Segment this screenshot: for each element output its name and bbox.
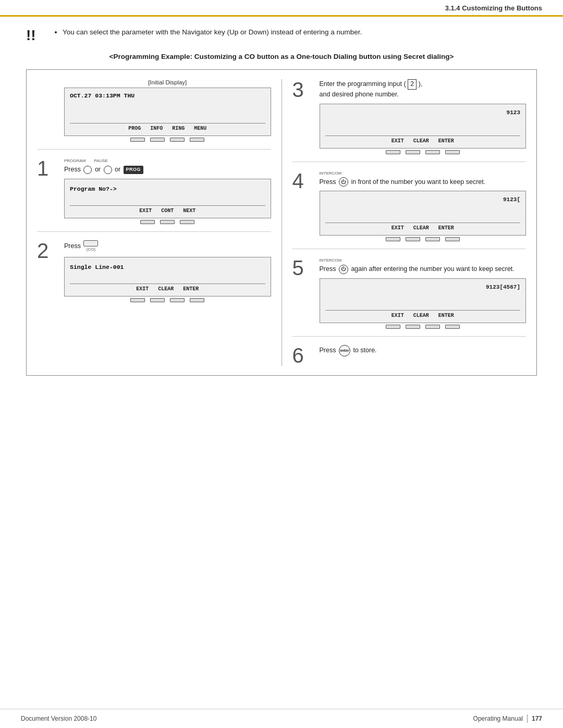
initial-soft-ring: RING: [172, 126, 185, 131]
initial-soft-prog: PROG: [128, 126, 141, 131]
step-2-softkeys-bar: EXIT CLEAR ENTER: [70, 283, 265, 292]
step-6-row: 6 Press enter to store.: [292, 345, 527, 366]
step-5-sbtn-2: [406, 325, 420, 329]
step-1-softkeys-bar: EXIT CONT NEXT: [70, 205, 265, 214]
step-5-number: 5: [292, 257, 314, 278]
soft-btn-2: [150, 138, 165, 142]
step-4-soft-exit: EXIT: [391, 225, 404, 231]
step-2-instruction: Press (CO): [64, 240, 271, 253]
step-1-display-text: Program No?->: [70, 184, 265, 193]
prog-label-pause: PAUSE: [94, 158, 108, 164]
step-3-soft-button-row: [320, 150, 527, 154]
step-4-soft-clear: CLEAR: [413, 225, 429, 231]
step-5-soft-clear: CLEAR: [413, 313, 429, 318]
footer-page-number: 177: [532, 715, 542, 722]
step-2-co-btn: [83, 240, 98, 246]
footer-doc-version: Document Version 2008-10: [21, 715, 96, 722]
step-3-soft-enter: ENTER: [438, 138, 454, 144]
step-2-display: Single Line-001 EXIT CLEAR ENTER: [64, 257, 271, 297]
step-4-soft-button-row: [320, 237, 527, 241]
step-1-number: 1: [37, 158, 59, 179]
step-1-sbtn-2: [160, 220, 175, 224]
step-4-intercom-label: INTERCOM: [320, 170, 527, 177]
step-2-row: 2 Press (CO) Single Line-001: [37, 240, 271, 302]
step-2-sbtn-1: [130, 298, 145, 302]
step-1-sbtn-1: [140, 220, 155, 224]
note-icon: !!: [26, 28, 45, 43]
step-1-program-circle: [83, 166, 92, 174]
step-5-instruction: INTERCOM Press ⏻ again after entering th…: [320, 257, 527, 274]
initial-soft-info: INFO: [150, 126, 163, 131]
initial-display-label: [Initial Display]: [64, 79, 271, 85]
step-4-display: 9123[ EXIT CLEAR ENTER: [320, 191, 527, 236]
diagram-box: [Initial Display] OCT.27 03:13PM THU PRO…: [26, 69, 537, 376]
step-5-display-body: 9123[4567]: [325, 282, 521, 308]
step-3-sbtn-3: [425, 150, 440, 154]
step-3-soft-exit: EXIT: [391, 138, 404, 144]
step-5-row: 5 INTERCOM Press ⏻ again after entering …: [292, 257, 527, 337]
step-5-display: 9123[4567] EXIT CLEAR ENTER: [320, 278, 527, 323]
step-2-press-text: Press: [64, 242, 82, 250]
footer: Document Version 2008-10 Operating Manua…: [0, 709, 563, 728]
step-5-content: INTERCOM Press ⏻ again after entering th…: [320, 257, 527, 329]
step-1-display: Program No?-> EXIT CONT NEXT: [64, 179, 271, 218]
initial-display-softkeys: PROG INFO RING MENU: [70, 123, 265, 131]
step-4-display-value: 9123[: [325, 196, 521, 203]
footer-manual-label: Operating Manual: [473, 715, 523, 722]
step-1-sbtn-3: [180, 220, 194, 224]
step-1-soft-exit: EXIT: [139, 208, 152, 214]
step-1-or2: or: [115, 166, 123, 173]
step-2-soft-enter: ENTER: [183, 286, 199, 292]
step-1-pause-circle: [104, 166, 112, 174]
note-box: !! You can select the parameter with the…: [26, 27, 537, 43]
step-1-display-body: Program No?->: [70, 182, 265, 203]
header-bar: 3.1.4 Customizing the Buttons: [0, 0, 563, 17]
initial-display-content: [Initial Display] OCT.27 03:13PM THU PRO…: [64, 79, 271, 142]
step-5-sbtn-4: [445, 325, 460, 329]
initial-display-body: [70, 100, 265, 121]
step-6-number: 6: [292, 345, 314, 366]
step-2-content: Press (CO) Single Line-001 EXIT: [64, 240, 271, 302]
step-3-boxed-num: 2: [408, 79, 417, 90]
prog-label-program: PROGRAM: [64, 158, 85, 164]
step-4-number: 4: [292, 170, 314, 191]
soft-btn-3: [170, 138, 185, 142]
step-5-press-text: Press: [320, 265, 338, 273]
step-4-instruction: INTERCOM Press ⏻ in front of the number …: [320, 170, 527, 187]
step-6-instruction: Press enter to store.: [320, 345, 527, 356]
step-2-soft-button-row: [64, 298, 271, 302]
step-3-sbtn-2: [406, 150, 420, 154]
step-4-display-body: 9123[: [325, 194, 521, 220]
step-4-sbtn-1: [386, 237, 400, 241]
step-5-softkeys-bar: EXIT CLEAR ENTER: [325, 310, 521, 318]
step-3-display: 9123 EXIT CLEAR ENTER: [320, 104, 527, 149]
step-2-soft-clear: CLEAR: [158, 286, 174, 292]
soft-btn-4: [190, 138, 204, 142]
step-5-text-after: again after entering the number you want…: [351, 265, 514, 273]
step-5-sbtn-3: [425, 325, 440, 329]
step-4-intercom-btn: ⏻: [339, 177, 348, 187]
step-6-enter-btn: enter: [339, 345, 350, 356]
step-1-content: PROGRAM PAUSE Press or or PROG: [64, 158, 271, 224]
step-1-soft-button-row: [64, 220, 271, 224]
initial-soft-menu: MENU: [194, 126, 206, 131]
step-1-instruction: PROGRAM PAUSE Press or or PROG: [64, 158, 271, 175]
step-6-text-after: to store.: [353, 347, 376, 354]
step-3-number: 3: [292, 79, 314, 100]
step-4-press-text: Press: [320, 178, 338, 186]
step-5-intercom-label: INTERCOM: [320, 257, 527, 264]
step-2-soft-exit: EXIT: [136, 286, 149, 292]
step-3-display-value: 9123: [325, 109, 521, 116]
step-1-press-text: Press: [64, 166, 82, 173]
step-5-soft-button-row: [320, 325, 527, 329]
step-3-sbtn-1: [386, 150, 400, 154]
step-5-sbtn-1: [386, 325, 400, 329]
step-3-text-before: Enter the programming input (: [320, 80, 406, 88]
header-title: 3.1.4 Customizing the Buttons: [445, 4, 542, 12]
step-2-display-body: Single Line-001: [70, 261, 265, 281]
step-1-soft-next: NEXT: [183, 208, 195, 214]
step-1-prog-btn: PROG: [124, 166, 144, 174]
step-2-sbtn-3: [170, 298, 185, 302]
step-2-sbtn-4: [190, 298, 204, 302]
main-content: !! You can select the parameter with the…: [0, 17, 563, 386]
